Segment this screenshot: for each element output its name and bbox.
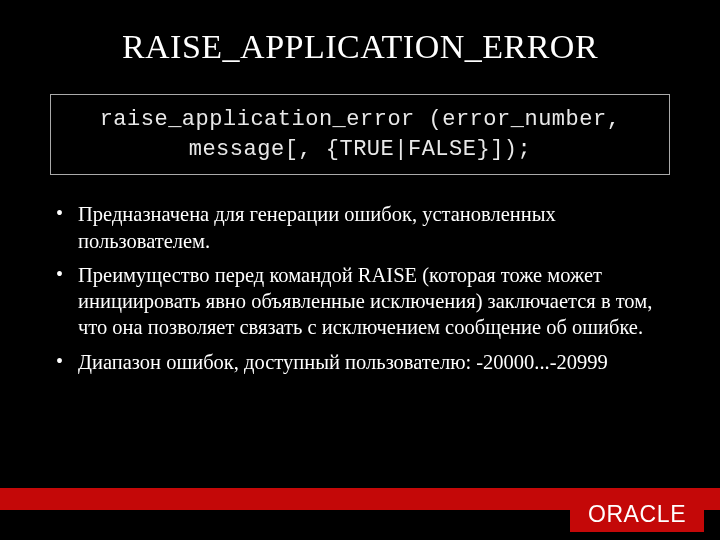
list-item: Предназначена для генерации ошибок, уста… (48, 201, 672, 253)
list-item: Диапазон ошибок, доступный пользователю:… (48, 349, 672, 375)
slide-title: RAISE_APPLICATION_ERROR (48, 28, 672, 66)
code-line-2: message[, {TRUE|FALSE}]); (59, 135, 661, 165)
list-item: Преимущество перед командой RAISE (котор… (48, 262, 672, 341)
slide: RAISE_APPLICATION_ERROR raise_applicatio… (0, 0, 720, 540)
bullet-list: Предназначена для генерации ошибок, уста… (48, 201, 672, 374)
syntax-box: raise_application_error (error_number, m… (50, 94, 670, 175)
oracle-logo: ORACLE (570, 496, 704, 532)
code-line-1: raise_application_error (error_number, (59, 105, 661, 135)
